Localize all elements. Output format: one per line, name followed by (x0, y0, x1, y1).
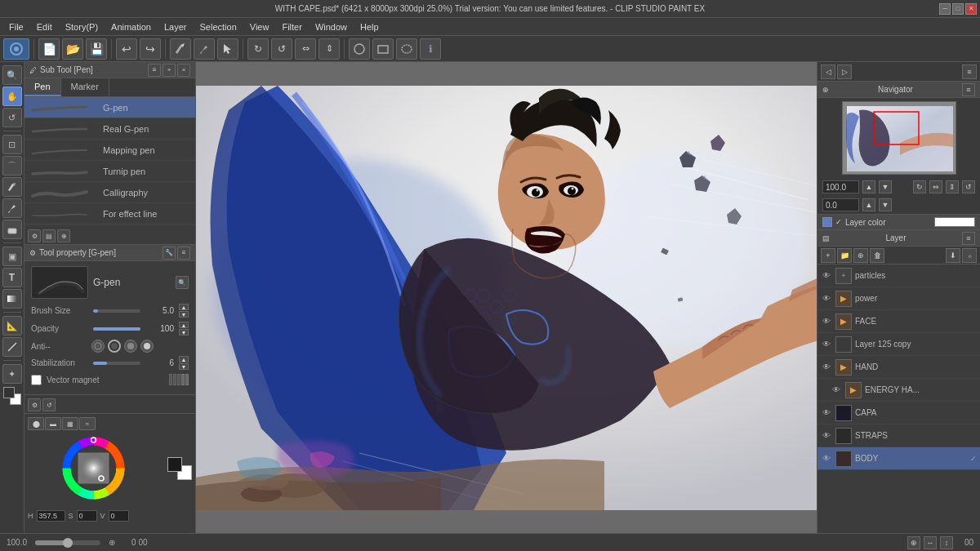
hue-value[interactable]: 357.5 (37, 510, 65, 522)
sat-value[interactable]: 0 (77, 510, 97, 522)
stab-up[interactable]: ▲ (179, 356, 189, 362)
sub-tool-del-btn[interactable]: × (177, 64, 190, 77)
val-value[interactable]: 0 (109, 510, 129, 522)
tab-marker[interactable]: Marker (61, 78, 109, 96)
nav-zoom-spin-up[interactable]: ▲ (862, 180, 875, 193)
prop-menu-btn[interactable]: ≡ (177, 247, 190, 260)
layer-new-btn[interactable]: + (821, 248, 835, 263)
layer-body[interactable]: 👁 BODY ✓ (817, 447, 980, 470)
brush-prop-search-btn[interactable]: 🔍 (176, 276, 189, 289)
layer-body-eye[interactable]: 👁 (821, 453, 832, 464)
nav-reset[interactable]: ↺ (962, 180, 975, 193)
status-nav1[interactable]: ⊕ (907, 536, 920, 549)
new-file-button[interactable]: 📄 (38, 38, 60, 60)
layer-folder-btn[interactable]: 📁 (837, 248, 852, 263)
opacity-slider[interactable] (93, 327, 140, 331)
nav-zoom-value[interactable]: 100.0 (822, 180, 859, 193)
layer-particles[interactable]: 👁 ✦ particles (817, 264, 980, 287)
save-button[interactable]: 💾 (86, 38, 107, 60)
layer-straps[interactable]: 👁 STRAPS (817, 424, 980, 447)
sub-tool-settings-btn[interactable]: ⚙ (28, 229, 41, 242)
layer-capa-eye[interactable]: 👁 (821, 407, 832, 419)
undo-button[interactable]: ↩ (116, 38, 137, 60)
canvas-area[interactable] (196, 62, 817, 533)
menu-help[interactable]: Help (354, 20, 385, 33)
layer-merge-btn[interactable]: ⬇ (946, 248, 960, 263)
layer-hand-eye[interactable]: 👁 (821, 362, 832, 373)
layer-125-copy[interactable]: 👁 Layer 125 copy (817, 333, 980, 356)
layer-power-eye[interactable]: 👁 (821, 293, 832, 304)
select-cursor-button[interactable] (217, 38, 238, 60)
menu-animation[interactable]: Animation (105, 20, 157, 33)
menu-selection[interactable]: Selection (194, 20, 243, 33)
layer-energy-eye[interactable]: 👁 (831, 384, 842, 396)
foreground-color-swatch[interactable] (3, 387, 15, 398)
rotate-ccw-button[interactable]: ↺ (271, 38, 292, 60)
gradient-tool-button[interactable] (2, 289, 22, 309)
menu-edit[interactable]: Edit (31, 20, 58, 33)
brush-size-down[interactable]: ▼ (179, 311, 189, 318)
brush-calligraphy[interactable]: Calligraphy (24, 182, 195, 203)
rect-button[interactable] (372, 38, 394, 60)
nav-zoom-spin-down[interactable]: ▼ (879, 180, 892, 193)
layer-face-eye[interactable]: 👁 (821, 316, 832, 327)
menu-layer[interactable]: Layer (158, 20, 193, 33)
zoom-slider[interactable] (35, 540, 100, 545)
hand-tool-button[interactable]: ✋ (2, 87, 22, 106)
menu-file[interactable]: File (3, 20, 29, 33)
brush-mapping-pen[interactable]: Mapping pen (24, 140, 195, 161)
nav-rotation-value[interactable]: 0.0 (822, 198, 859, 211)
layer-flatten-btn[interactable]: ⬦ (962, 248, 977, 263)
flip-v-button[interactable]: ⇕ (318, 38, 340, 60)
maximize-button[interactable]: □ (952, 3, 964, 15)
stab-down[interactable]: ▼ (179, 363, 189, 370)
pen-tool-button[interactable] (2, 177, 22, 197)
right-scroll-right[interactable]: ▷ (837, 64, 852, 79)
status-nav3[interactable]: ↕ (940, 536, 953, 549)
flip-h-button[interactable]: ⇔ (295, 38, 316, 60)
aa-none-btn[interactable] (91, 340, 105, 353)
menu-window[interactable]: Window (310, 20, 353, 33)
prop-reset-btn[interactable]: ↺ (42, 398, 56, 411)
pen-cursor-button[interactable] (170, 38, 191, 60)
rotate-view-button[interactable]: ↺ (2, 108, 22, 127)
aa-weak-btn[interactable] (108, 340, 121, 353)
layer-face[interactable]: 👁 ▶ FACE (817, 310, 980, 333)
fill-tool-button[interactable]: ▣ (2, 247, 22, 266)
color-palette-btn[interactable]: ▦ (62, 417, 78, 430)
tab-pen[interactable]: Pen (24, 78, 61, 96)
nav-flip-v[interactable]: ⇕ (946, 180, 959, 193)
layer-color-swatch[interactable] (934, 217, 975, 227)
brush-tool-button[interactable] (2, 198, 22, 218)
sub-tool-copy-btn[interactable]: ⊕ (57, 229, 70, 242)
color-approx-btn[interactable]: ≈ (79, 417, 96, 430)
sub-tool-menu-btn[interactable]: ≡ (148, 64, 161, 77)
lasso-button[interactable] (396, 38, 417, 60)
color-slider-btn[interactable]: ▬ (45, 417, 61, 430)
right-scroll-left[interactable]: ◁ (821, 64, 835, 79)
line-tool-button[interactable] (2, 337, 22, 357)
layer-delete-btn[interactable]: 🗑 (870, 248, 884, 263)
navigator-thumbnail[interactable] (842, 101, 956, 175)
opacity-up[interactable]: ▲ (179, 322, 189, 328)
layer-hand[interactable]: 👁 ▶ HAND (817, 356, 980, 379)
zoom-tool-button[interactable]: 🔍 (2, 65, 22, 85)
layer-125-eye[interactable]: 👁 (821, 339, 832, 350)
status-nav2[interactable]: ↔ (924, 536, 937, 549)
brush-turnip-pen[interactable]: Turnip pen (24, 161, 195, 182)
nav-flip-h[interactable]: ⇔ (929, 180, 942, 193)
prop-settings2-btn[interactable]: ⚙ (28, 398, 41, 411)
menu-filter[interactable]: Filter (276, 20, 307, 33)
menu-story[interactable]: Story(P) (60, 20, 104, 33)
color-wheel[interactable] (59, 433, 132, 507)
clip-studio-button[interactable] (3, 38, 29, 60)
minimize-button[interactable]: ─ (939, 3, 951, 15)
menu-view[interactable]: View (244, 20, 275, 33)
artwork-canvas[interactable] (196, 86, 817, 510)
aa-strong-btn[interactable] (140, 340, 154, 353)
brush-cursor-button[interactable] (194, 38, 215, 60)
brush-real-g-pen[interactable]: Real G-pen (24, 118, 195, 140)
sub-tool-add-btn[interactable]: + (163, 64, 176, 77)
sub-tool-group-btn[interactable]: ▤ (42, 229, 56, 242)
open-button[interactable]: 📂 (62, 38, 83, 60)
